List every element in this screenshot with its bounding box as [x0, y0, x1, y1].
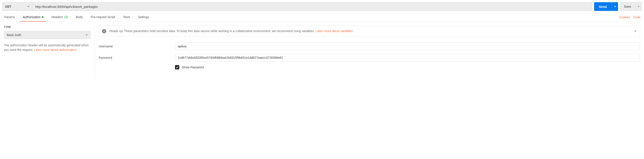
chevron-down-icon — [27, 6, 30, 7]
tab-label: Headers — [52, 15, 63, 19]
tab-headers[interactable]: Headers(9) — [50, 13, 69, 21]
tab-body[interactable]: Body — [75, 13, 84, 21]
http-method-select[interactable]: GET — [2, 2, 32, 11]
tabs-right: Cookies Code — [619, 16, 640, 19]
code-link[interactable]: Code — [633, 16, 640, 19]
tab-params[interactable]: Params — [4, 13, 16, 21]
save-dropdown-button[interactable] — [635, 2, 642, 11]
auth-sidebar: TYPE Basic Auth The authorization header… — [0, 22, 95, 78]
chevron-down-icon — [86, 35, 88, 36]
close-icon[interactable]: × — [634, 29, 637, 33]
password-row: Password — [99, 54, 640, 62]
checkmark-icon — [176, 66, 179, 69]
send-button-group: Send — [594, 2, 618, 11]
auth-content: ! Heads up! These parameters hold sensit… — [95, 22, 644, 78]
password-input[interactable] — [175, 54, 640, 62]
tab-prerequest[interactable]: Pre-request Script — [90, 13, 116, 21]
tab-label: Pre-request Script — [91, 15, 115, 19]
tab-authorization[interactable]: Authorization — [22, 13, 44, 21]
save-button-group: Save — [620, 2, 642, 11]
learn-more-auth-link[interactable]: Learn more about authorization — [34, 48, 77, 52]
password-label: Password — [99, 56, 175, 59]
request-bar: GET Send Save — [0, 0, 644, 13]
tab-label: Body — [76, 15, 83, 19]
send-dropdown-button[interactable] — [612, 2, 618, 11]
status-dot-icon — [42, 16, 44, 18]
url-input[interactable] — [32, 2, 592, 11]
show-password-row: Show Password — [175, 65, 640, 69]
tab-label: Settings — [138, 15, 149, 19]
tab-label: Tests — [123, 15, 130, 19]
tab-label: Params — [4, 15, 15, 19]
learn-more-variables-link[interactable]: Learn more about variables — [316, 29, 353, 33]
auth-type-value: Basic Auth — [7, 33, 21, 37]
tab-count: (9) — [64, 15, 68, 19]
cookies-link[interactable]: Cookies — [619, 16, 630, 19]
main-area: TYPE Basic Auth The authorization header… — [0, 22, 644, 78]
tab-tests[interactable]: Tests — [122, 13, 131, 21]
username-row: Username — [99, 42, 640, 50]
http-method-label: GET — [5, 5, 11, 8]
notice-text: Heads up! These parameters hold sensitiv… — [109, 29, 631, 33]
auth-type-select[interactable]: Basic Auth — [4, 31, 91, 39]
show-password-label: Show Password — [182, 65, 204, 69]
username-label: Username — [99, 45, 175, 48]
notice-body: Heads up! These parameters hold sensitiv… — [109, 29, 316, 33]
tab-settings[interactable]: Settings — [137, 13, 150, 21]
send-button[interactable]: Send — [594, 2, 612, 11]
tab-label: Authorization — [23, 15, 40, 19]
tabs-row: Params Authorization Headers(9) Body Pre… — [0, 13, 644, 22]
save-button[interactable]: Save — [620, 2, 635, 11]
sensitive-data-notice: ! Heads up! These parameters hold sensit… — [99, 26, 640, 37]
tabs-left: Params Authorization Headers(9) Body Pre… — [4, 13, 150, 21]
auth-help-text: The authorization header will be automat… — [4, 43, 91, 52]
show-password-checkbox[interactable] — [175, 65, 179, 69]
username-input[interactable] — [175, 42, 640, 50]
info-icon: ! — [102, 29, 106, 33]
type-heading: TYPE — [4, 26, 91, 29]
